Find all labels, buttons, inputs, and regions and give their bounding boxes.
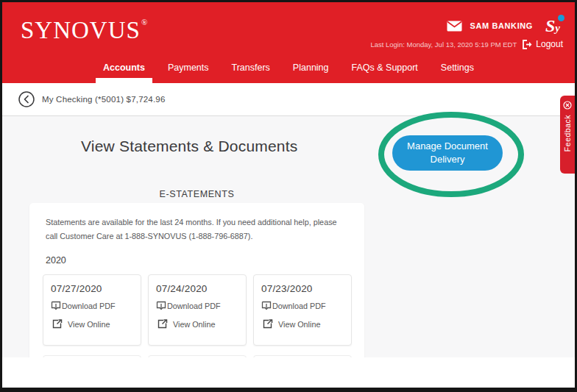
external-link-icon (263, 319, 273, 329)
account-breadcrumb-bar: My Checking (*5001) $7,724.96 (2, 83, 575, 116)
download-pdf-label: Download PDF (167, 302, 221, 310)
primary-nav: Accounts Payments Transfers Planning FAQ… (2, 63, 575, 83)
back-chevron-icon[interactable] (18, 91, 35, 107)
site-header: SYNOVUS® SAM BANKING Sy Last Login: Mond… (2, 2, 575, 83)
screenshot-frame: SYNOVUS® SAM BANKING Sy Last Login: Mond… (0, 0, 577, 392)
manage-document-delivery-button[interactable]: Manage Document Delivery (392, 135, 503, 171)
view-online-label: View Online (278, 320, 320, 329)
logout-label: Logout (536, 39, 563, 49)
synovus-logo: SYNOVUS® (21, 18, 148, 43)
user-name: SAM BANKING (470, 21, 533, 30)
external-link-icon (52, 319, 63, 329)
registered-mark: ® (141, 18, 148, 26)
view-online-link[interactable]: View Online (52, 319, 133, 329)
logout-button[interactable]: Logout (522, 39, 563, 49)
notification-dot (558, 15, 564, 21)
nav-tab-accounts[interactable]: Accounts (102, 63, 146, 83)
mail-icon[interactable] (447, 21, 462, 32)
view-online-label: View Online (173, 320, 215, 329)
feedback-tab[interactable]: Feedback (560, 96, 575, 174)
login-row: Last Login: Monday, Jul 13, 2020 5:19 PM… (370, 39, 563, 49)
view-online-link[interactable]: View Online (157, 319, 238, 329)
feedback-label: Feedback (563, 115, 572, 152)
browser-viewport: SYNOVUS® SAM BANKING Sy Last Login: Mond… (2, 2, 575, 388)
download-pdf-link[interactable]: Download PDF (51, 301, 133, 310)
external-link-icon (157, 319, 168, 329)
user-row: SAM BANKING Sy (447, 14, 564, 38)
statement-card: 07/27/2020 Download PDF View Online (43, 274, 141, 346)
view-online-link[interactable]: View Online (263, 319, 344, 329)
download-pdf-link[interactable]: Download PDF (261, 301, 344, 310)
profile-avatar[interactable]: Sy (541, 14, 564, 38)
nav-tab-planning[interactable]: Planning (291, 63, 330, 83)
feedback-close-icon[interactable] (563, 101, 572, 110)
nav-tab-faqs-support[interactable]: FAQs & Support (350, 63, 420, 83)
download-pdf-label: Download PDF (272, 302, 326, 310)
estatements-panel: Statements are available for the last 24… (29, 203, 364, 357)
statement-date: 07/27/2020 (51, 283, 133, 294)
logout-icon (522, 40, 533, 49)
view-online-label: View Online (68, 320, 110, 329)
page-title: View Statements & Documents (81, 138, 297, 155)
nav-tab-settings[interactable]: Settings (439, 63, 475, 83)
download-pdf-label: Download PDF (62, 302, 116, 310)
download-icon (51, 301, 61, 310)
statements-section: View Statements & Documents Manage Docum… (2, 116, 575, 357)
statement-date: 07/23/2020 (261, 283, 344, 294)
download-icon (156, 301, 166, 310)
statement-card-partial (43, 355, 141, 357)
brand-wordmark: SYNOVUS (21, 17, 141, 43)
statement-date: 07/24/2020 (156, 283, 238, 294)
nav-tab-transfers[interactable]: Transfers (230, 63, 272, 83)
account-summary-text: My Checking (*5001) $7,724.96 (42, 95, 166, 104)
statements-info-text: Statements are available for the last 24… (46, 215, 350, 243)
download-pdf-link[interactable]: Download PDF (156, 301, 238, 310)
statement-card-row: 07/27/2020 Download PDF View Online (43, 274, 352, 346)
next-statement-row-partial (43, 355, 352, 357)
estatements-heading: E-STATEMENTS (29, 189, 364, 199)
nav-tab-payments[interactable]: Payments (166, 63, 210, 83)
page-bottom-whitespace (2, 357, 575, 387)
statement-year-label: 2020 (46, 255, 66, 266)
last-login-text: Last Login: Monday, Jul 13, 2020 5:19 PM… (370, 40, 517, 49)
statement-card-partial (148, 355, 247, 357)
statement-card-partial (253, 355, 352, 357)
download-icon (261, 301, 272, 310)
statement-card: 07/23/2020 Download PDF View Online (253, 274, 352, 346)
statement-card: 07/24/2020 Download PDF View Online (148, 274, 247, 346)
